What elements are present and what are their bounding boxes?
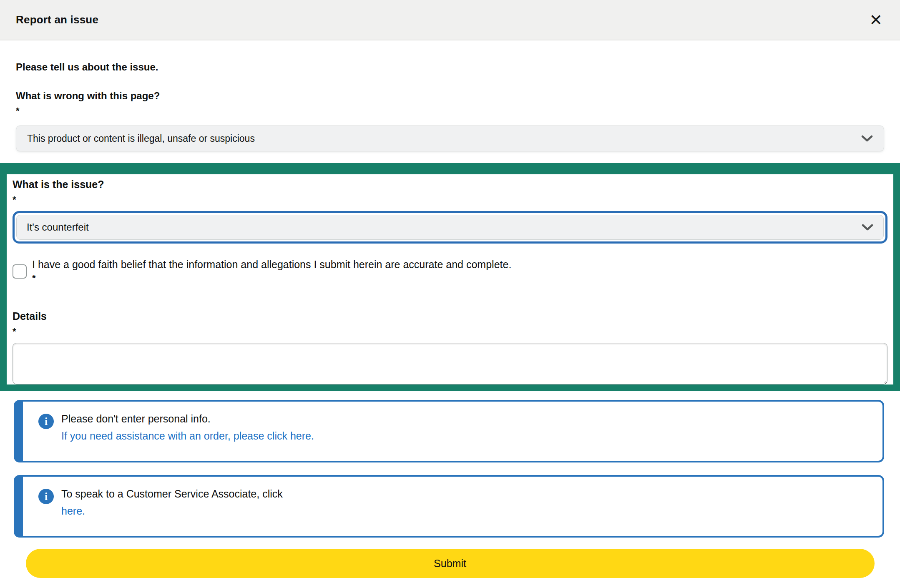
chevron-down-icon [862,224,873,231]
issue-label: What is the issue? [13,178,887,191]
page-title: Report an issue [16,13,98,26]
page-issue-select[interactable]: This product or content is illegal, unsa… [16,126,884,151]
info-icon-glyph: i [45,491,48,502]
info-icon: i [38,489,54,504]
info-icon: i [38,414,54,429]
issue-select[interactable]: It's counterfeit [16,215,884,240]
order-assistance-link[interactable]: If you need assistance with an order, pl… [61,430,314,442]
personal-info-notice: i Please don't enter personal info. If y… [14,400,884,462]
issue-selected-value: It's counterfeit [27,221,89,233]
good-faith-row: I have a good faith belief that the info… [13,258,887,284]
customer-service-here-link[interactable]: here. [61,505,85,518]
intro-text: Please tell us about the issue. [16,60,884,73]
page-issue-selected-value: This product or content is illegal, unsa… [27,133,255,144]
page-issue-label: What is wrong with this page? [16,89,884,102]
details-textarea[interactable] [13,343,887,384]
required-asterisk: * [16,106,884,116]
info-icon-glyph: i [45,416,48,427]
close-button[interactable]: ✕ [868,12,883,28]
modal-header: Report an issue ✕ [0,0,900,40]
customer-service-text: To speak to a Customer Service Associate… [61,487,283,500]
form-section: Please tell us about the issue. What is … [0,60,900,151]
good-faith-checkbox[interactable] [13,264,27,279]
good-faith-label-group: I have a good faith belief that the info… [32,258,511,284]
chevron-down-icon [861,135,873,142]
required-asterisk: * [32,273,511,284]
details-label: Details [13,309,887,323]
required-asterisk: * [13,326,887,337]
submit-button[interactable]: Submit [26,549,875,578]
customer-service-notice: i To speak to a Customer Service Associa… [14,475,884,538]
close-icon: ✕ [869,11,882,29]
notice-body: Please don't enter personal info. If you… [61,412,314,442]
highlight-inner: What is the issue? * It's counterfeit I … [7,174,893,384]
notice-body: To speak to a Customer Service Associate… [61,487,283,518]
required-asterisk: * [13,194,887,205]
good-faith-label: I have a good faith belief that the info… [32,258,511,271]
highlight-region: What is the issue? * It's counterfeit I … [0,163,900,391]
personal-info-text: Please don't enter personal info. [61,412,314,425]
issue-select-focus-ring: It's counterfeit [13,211,887,244]
